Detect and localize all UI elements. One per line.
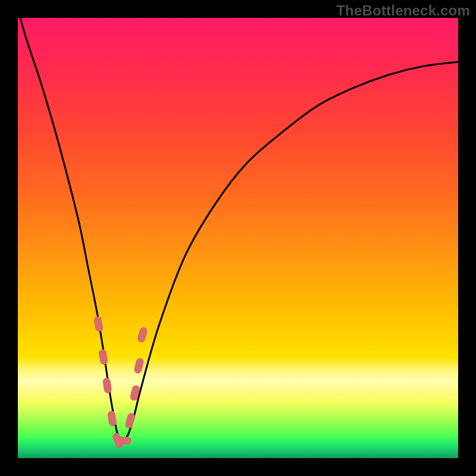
plot-area [18,18,458,458]
watermark-text: TheBottleneck.com [336,2,470,19]
curve-marker [137,327,149,344]
plot-svg [18,18,458,458]
chart-frame: TheBottleneck.com [0,0,476,476]
curve-marker [133,357,145,374]
curve-marker [124,412,136,430]
curve-marker [93,315,104,332]
curve-marker [116,437,131,444]
curve-marker [107,411,117,427]
curve-marker [102,377,112,394]
curve-marker [98,349,108,365]
bottleneck-curve [18,9,458,441]
